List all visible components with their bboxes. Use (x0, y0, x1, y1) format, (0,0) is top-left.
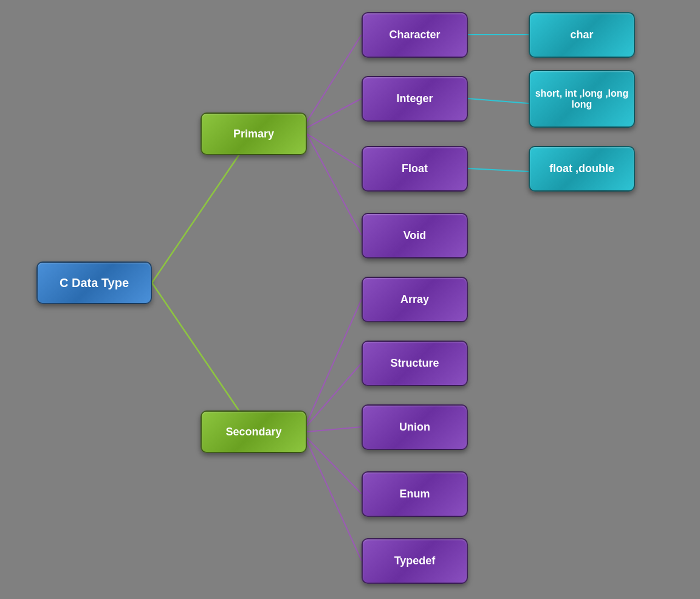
svg-line-7 (307, 363, 362, 426)
float-node: Float (362, 146, 468, 192)
svg-line-3 (307, 99, 362, 128)
diagram: C Data Type Primary Secondary Character … (0, 0, 700, 599)
svg-line-2 (307, 35, 362, 122)
array-node: Array (362, 277, 468, 322)
svg-line-5 (307, 134, 362, 235)
union-node: Union (362, 404, 468, 450)
typedef-node: Typedef (362, 538, 468, 584)
svg-line-0 (152, 134, 253, 283)
svg-line-12 (468, 99, 529, 103)
void-node: Void (362, 213, 468, 258)
char-value-node: char (529, 12, 635, 58)
enum-node: Enum (362, 471, 468, 517)
svg-line-6 (307, 299, 362, 423)
float-value-node: float ,double (529, 146, 635, 192)
character-node: Character (362, 12, 468, 58)
root-node: C Data Type (36, 261, 152, 304)
svg-line-8 (307, 427, 362, 432)
svg-line-10 (307, 441, 362, 561)
svg-line-13 (468, 168, 529, 171)
primary-node: Primary (201, 113, 307, 155)
svg-line-4 (307, 134, 362, 168)
int-value-node: short, int ,long ,long long (529, 70, 635, 128)
svg-line-1 (152, 283, 253, 432)
secondary-node: Secondary (201, 410, 307, 453)
svg-line-9 (307, 438, 362, 494)
structure-node: Structure (362, 341, 468, 386)
integer-node: Integer (362, 76, 468, 122)
